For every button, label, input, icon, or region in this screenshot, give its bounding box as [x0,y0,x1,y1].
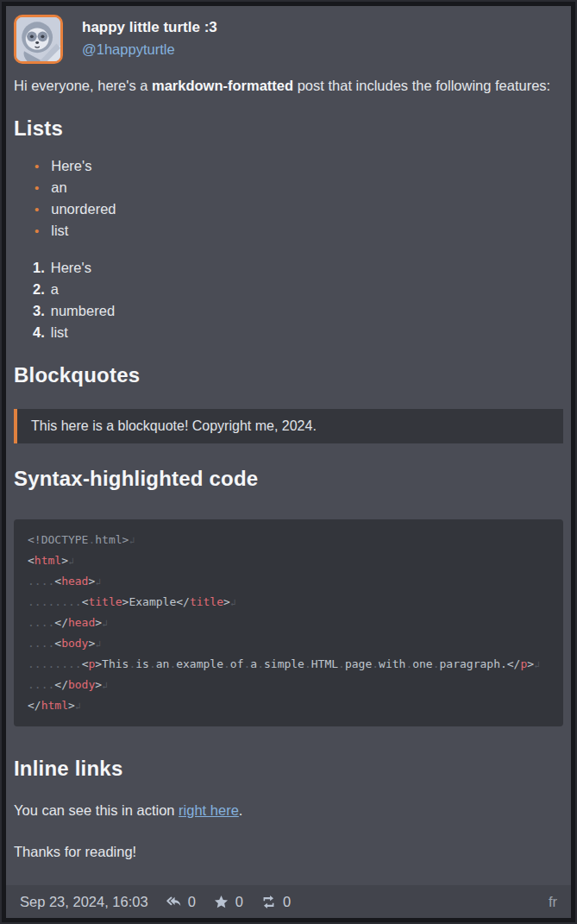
unordered-list-item: •unordered [34,198,563,220]
star-icon [213,894,229,910]
code-line: <html>↲ [28,550,549,571]
code-line: ....</body>↲ [28,675,549,695]
code-line: ........<p>This.is.an.example.of.a.simpl… [28,654,549,675]
intro-paragraph: Hi everyone, here's a markdown-formatted… [14,74,563,97]
author-names: happy little turtle :3 @1happyturtle [82,15,217,60]
code-line: </html>↲ [28,695,549,716]
intro-bold: markdown-formatted [152,78,293,93]
blockquote: This here is a blockquote! Copyright me,… [14,409,563,443]
heading-inline-links: Inline links [14,756,563,782]
list-item-text: an [51,177,66,198]
list-item-text: list [51,220,68,242]
link-paragraph: You can see this in action right here. [14,799,563,821]
boost-button[interactable]: 0 [260,894,291,910]
post-body: happy little turtle :3 @1happyturtle Hi … [6,6,571,885]
timestamp: Sep 23, 2024, 16:03 [20,894,148,910]
boost-count: 0 [283,894,291,910]
boost-icon [260,894,277,910]
author-handle[interactable]: @1happyturtle [82,38,217,60]
window-frame: happy little turtle :3 @1happyturtle Hi … [0,0,577,924]
list-item-number: 1. [33,257,45,279]
unordered-list-item: •list [34,220,563,242]
code-line: <!DOCTYPE.html>↲ [28,530,549,550]
link-post: . [239,802,243,818]
unordered-list-item: •Here's [34,155,563,177]
display-name: happy little turtle :3 [82,17,217,38]
post: happy little turtle :3 @1happyturtle Hi … [6,6,571,918]
bullet-icon: • [34,177,39,198]
list-item-number: 4. [33,322,45,343]
favourite-count: 0 [235,894,243,910]
reply-icon [166,894,182,910]
post-footer: Sep 23, 2024, 16:03 0 0 [6,885,571,918]
reply-button[interactable]: 0 [166,894,196,910]
intro-pre: Hi everyone, here's a [14,78,152,93]
sloth-avatar-image [16,17,60,61]
avatar[interactable] [14,15,63,64]
outro-paragraph: Thanks for reading! [14,840,563,863]
list-item-number: 3. [33,300,45,322]
list-item-number: 2. [33,279,45,300]
code-line: ....</head>↲ [28,613,549,633]
heading-lists: Lists [14,116,563,141]
list-item-text: Here's [51,257,91,279]
ordered-list-item: 1.Here's [33,257,563,279]
ordered-list-item: 2.a [33,279,563,300]
heading-blockquotes: Blockquotes [14,362,563,388]
list-item-text: list [51,322,68,343]
bullet-icon: • [34,198,39,220]
code-block: <!DOCTYPE.html>↲<html>↲....<head>↲......… [14,519,563,726]
code-line: ....<body>↲ [28,633,549,654]
favourite-button[interactable]: 0 [213,894,243,910]
intro-post: post that includes the following feature… [293,78,550,93]
bullet-icon: • [34,155,39,177]
heading-code: Syntax-highlighted code [14,466,563,492]
bullet-icon: • [34,220,39,242]
post-header: happy little turtle :3 @1happyturtle [14,15,563,64]
ordered-list: 1.Here's2.a3.numbered4.list [14,257,563,343]
code-line: ....<head>↲ [28,571,549,592]
link-pre: You can see this in action [14,802,179,818]
code-line: ........<title>Example</title>↲ [28,592,549,613]
unordered-list: •Here's•an•unordered•list [14,155,563,242]
list-item-text: a [51,279,59,300]
language-tag: fr [549,894,557,910]
ordered-list-item: 4.list [33,322,563,343]
reply-count: 0 [188,894,196,910]
list-item-text: Here's [51,155,91,177]
unordered-list-item: •an [34,177,563,198]
list-item-text: unordered [51,198,116,220]
list-item-text: numbered [51,300,115,322]
action-bar: 0 0 0 [166,894,292,910]
ordered-list-item: 3.numbered [33,300,563,322]
right-here-link[interactable]: right here [179,802,239,818]
